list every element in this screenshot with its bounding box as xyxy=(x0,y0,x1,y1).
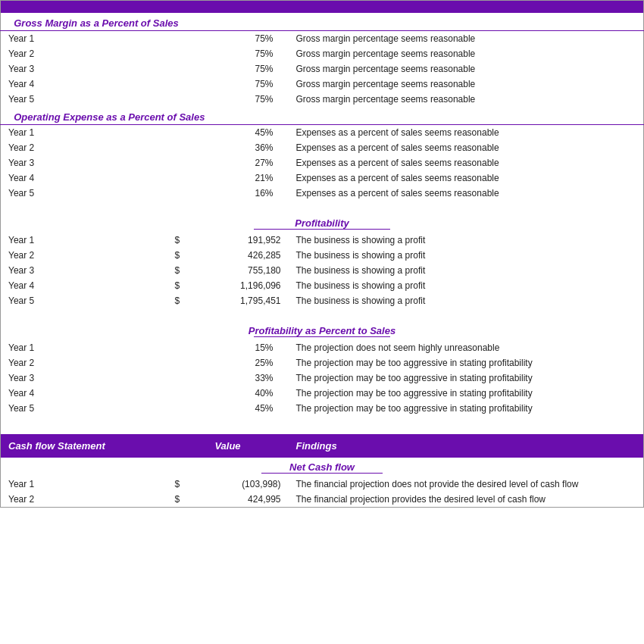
finding-cell: The financial projection provides the de… xyxy=(289,492,644,508)
finding-cell: The projection may be too aggressive in … xyxy=(289,355,644,370)
value-cell: 27% xyxy=(167,155,289,170)
table-row: Year 225%The projection may be too aggre… xyxy=(1,355,644,370)
section-centered-label: Profitability xyxy=(1,216,644,229)
dollar-sign: $ xyxy=(175,494,180,505)
value-cell: 15% xyxy=(167,340,289,355)
cashflow-header: Cash flow Statement Value Findings xyxy=(1,434,644,458)
value-cell: 75% xyxy=(167,31,289,47)
finding-cell: Gross margin percentage seems reasonable xyxy=(289,31,644,47)
finding-cell: Gross margin percentage seems reasonable xyxy=(289,61,644,77)
value-cell: 36% xyxy=(167,140,289,155)
year-label: Year 4 xyxy=(1,278,167,293)
finding-cell: Expenses as a percent of sales seems rea… xyxy=(289,140,644,155)
value-cell: $424,995 xyxy=(167,492,289,508)
value-number: 1,196,096 xyxy=(240,280,280,291)
year-label: Year 1 xyxy=(1,477,167,492)
table-row: Year 2$424,995The financial projection p… xyxy=(1,492,644,508)
year-label: Year 5 xyxy=(1,186,167,201)
table-row: Year 5$1,795,451The business is showing … xyxy=(1,293,644,308)
cashflow-value-header: Value xyxy=(167,434,289,458)
table-row: Year 421%Expenses as a percent of sales … xyxy=(1,170,644,186)
year-label: Year 5 xyxy=(1,92,167,107)
value-header xyxy=(167,1,289,14)
year-label: Year 1 xyxy=(1,31,167,47)
year-label: Year 3 xyxy=(1,263,167,278)
value-cell: $(103,998) xyxy=(167,477,289,492)
year-label: Year 5 xyxy=(1,401,167,416)
finding-cell: The projection does not seem highly unre… xyxy=(289,340,644,355)
value-number: (103,998) xyxy=(242,479,280,489)
table-row: Year 333%The projection may be too aggre… xyxy=(1,370,644,386)
value-number: 755,180 xyxy=(248,265,280,276)
value-cell: 25% xyxy=(167,355,289,370)
value-number: 191,952 xyxy=(248,235,280,245)
cashflow-statement-label: Cash flow Statement xyxy=(1,434,167,458)
year-label: Year 2 xyxy=(1,140,167,155)
year-label: Year 4 xyxy=(1,77,167,92)
year-label: Year 2 xyxy=(1,355,167,370)
table-row: Year 545%The projection may be too aggre… xyxy=(1,401,644,416)
table-row: Year 236%Expenses as a percent of sales … xyxy=(1,140,644,155)
cashflow-body: Net Cash flowYear 1$(103,998)The financi… xyxy=(1,458,644,508)
finding-cell: Gross margin percentage seems reasonable xyxy=(289,77,644,92)
dollar-sign: $ xyxy=(175,280,180,291)
finding-cell: Expenses as a percent of sales seems rea… xyxy=(289,155,644,170)
dollar-sign: $ xyxy=(175,235,180,245)
value-cell: 45% xyxy=(167,125,289,141)
year-label: Year 1 xyxy=(1,340,167,355)
finding-cell: Expenses as a percent of sales seems rea… xyxy=(289,125,644,141)
cashflow-findings-header: Findings xyxy=(289,434,644,458)
finding-cell: Gross margin percentage seems reasonable xyxy=(289,92,644,107)
year-label: Year 5 xyxy=(1,293,167,308)
finding-cell: The projection may be too aggressive in … xyxy=(289,370,644,386)
table-row: Year 1$(103,998)The financial projection… xyxy=(1,477,644,492)
value-cell: 75% xyxy=(167,46,289,61)
table-row: Year 2$426,285The business is showing a … xyxy=(1,248,644,263)
table-row: Year 440%The projection may be too aggre… xyxy=(1,386,644,401)
table-row: Year 1$191,952The business is showing a … xyxy=(1,233,644,248)
value-cell: $191,952 xyxy=(167,233,289,248)
value-cell: 21% xyxy=(167,170,289,186)
finding-cell: The business is showing a profit xyxy=(289,278,644,293)
table-row: Year 327%Expenses as a percent of sales … xyxy=(1,155,644,170)
section-label: Operating Expense as a Percent of Sales xyxy=(1,107,644,125)
finding-cell: The financial projection does not provid… xyxy=(289,477,644,492)
value-cell: $426,285 xyxy=(167,248,289,263)
finding-cell: Expenses as a percent of sales seems rea… xyxy=(289,170,644,186)
dollar-sign: $ xyxy=(175,265,180,276)
year-label: Year 2 xyxy=(1,46,167,61)
year-label: Year 1 xyxy=(1,233,167,248)
table-row: Year 3$755,180The business is showing a … xyxy=(1,263,644,278)
table-row: Year 4$1,196,096The business is showing … xyxy=(1,278,644,293)
value-cell: $755,180 xyxy=(167,263,289,278)
cashflow-section-label: Net Cash flow xyxy=(1,458,644,473)
table-row: Year 145%Expenses as a percent of sales … xyxy=(1,125,644,141)
dollar-sign: $ xyxy=(175,250,180,261)
section-centered-label-row: Profitability xyxy=(1,216,644,229)
finding-cell: The business is showing a profit xyxy=(289,293,644,308)
dollar-sign: $ xyxy=(175,295,180,306)
table-row: Year 115%The projection does not seem hi… xyxy=(1,340,644,355)
income-statement-body: Gross Margin as a Percent of SalesYear 1… xyxy=(1,13,644,434)
dollar-sign: $ xyxy=(175,479,180,489)
table-row: Year 175%Gross margin percentage seems r… xyxy=(1,31,644,47)
value-number: 1,795,451 xyxy=(240,295,280,306)
value-cell: 75% xyxy=(167,61,289,77)
section-label-row: Gross Margin as a Percent of Sales xyxy=(1,13,644,31)
income-statement-label xyxy=(1,1,167,14)
value-cell: 75% xyxy=(167,77,289,92)
year-label: Year 2 xyxy=(1,492,167,508)
finding-cell: Expenses as a percent of sales seems rea… xyxy=(289,186,644,201)
value-cell: $1,795,451 xyxy=(167,293,289,308)
year-label: Year 4 xyxy=(1,386,167,401)
findings-header xyxy=(289,1,644,14)
finding-cell: The business is showing a profit xyxy=(289,233,644,248)
value-cell: 75% xyxy=(167,92,289,107)
year-label: Year 4 xyxy=(1,170,167,186)
value-number: 426,285 xyxy=(248,250,280,261)
cashflow-statement-header: Cash flow Statement Value Findings xyxy=(1,434,644,458)
finding-cell: The business is showing a profit xyxy=(289,248,644,263)
finding-cell: The projection may be too aggressive in … xyxy=(289,401,644,416)
year-label: Year 1 xyxy=(1,125,167,141)
year-label: Year 3 xyxy=(1,155,167,170)
